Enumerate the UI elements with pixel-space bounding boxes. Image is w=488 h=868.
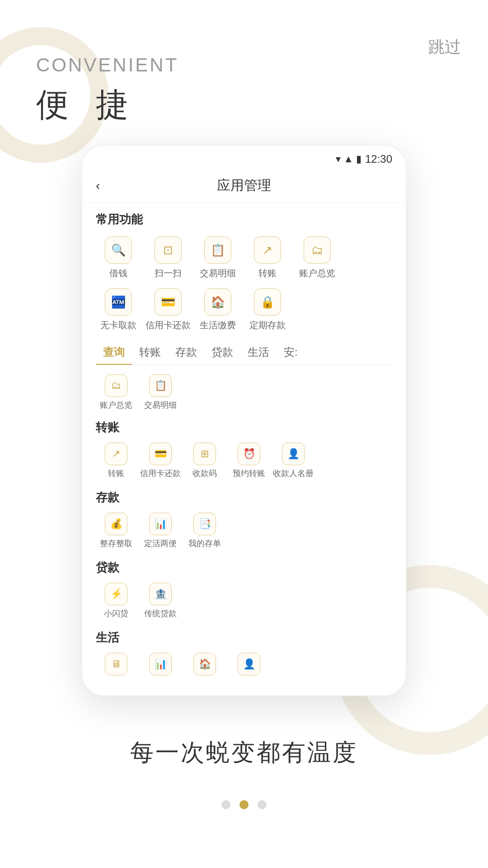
credit-repay-label: 信用卡还款: [145, 319, 191, 331]
list-item[interactable]: 🔍 借钱: [96, 236, 141, 279]
list-item[interactable]: 📋 交易明细: [140, 374, 181, 410]
scheduled-transfer-icon: ⏰: [238, 443, 260, 465]
app-title: 应用管理: [217, 176, 271, 195]
list-item[interactable]: 🏧 无卡取款: [96, 288, 141, 331]
dot-1[interactable]: [221, 800, 230, 809]
list-item[interactable]: 🗂 账户总览: [295, 236, 340, 279]
tab-loan[interactable]: 贷款: [204, 340, 240, 365]
collect-code-label: 收款码: [192, 468, 217, 479]
credit-repay-icon: 💳: [155, 288, 182, 316]
list-item[interactable]: ⏰ 预约转账: [229, 443, 269, 479]
life-icons: 🖥 📊 🏠 👤: [96, 653, 392, 675]
list-item[interactable]: ↗ 转账: [245, 236, 290, 279]
transfer-icons: ↗ 转账 💳 信用卡还款 ⊞ 收款码 ⏰ 预约转账: [96, 443, 392, 479]
list-item[interactable]: 📊: [140, 653, 181, 675]
list-item[interactable]: 🏠: [184, 653, 225, 675]
flexible-deposit-label: 定活两便: [144, 538, 177, 549]
credit-repay2-icon: 💳: [149, 443, 172, 465]
life-pay-label: 生活缴费: [200, 319, 236, 331]
app-content: 常用功能 🔍 借钱 ⊡ 扫一扫 📋 交易明细 ↗ 转账: [82, 203, 406, 695]
transaction-icon: 📋: [204, 236, 231, 264]
traditional-loan-icon: 🏦: [149, 583, 172, 605]
life-title: 生活: [96, 630, 392, 646]
list-item[interactable]: 👤 收款人名册: [273, 443, 314, 479]
life-pay-icon: 🏠: [204, 288, 231, 316]
flash-loan-label: 小闪贷: [104, 608, 128, 619]
list-item[interactable]: 🖥: [96, 653, 136, 675]
header-area: CONVENIENT 便 捷: [36, 54, 178, 127]
signal-icon: ▲: [343, 153, 353, 165]
phone-mockup: ▾ ▲ ▮ 12:30 ‹ 应用管理 常用功能 🔍 借钱 ⊡ 扫: [81, 145, 407, 696]
common-functions-row2: 🏧 无卡取款 💳 信用卡还款 🏠 生活缴费 🔒 定期存款: [96, 288, 392, 331]
traditional-loan-label: 传统贷款: [144, 608, 177, 619]
status-bar: ▾ ▲ ▮ 12:30: [82, 146, 406, 169]
cn-title: 便 捷: [36, 83, 178, 127]
tagline: 每一次蜕变都有温度: [0, 737, 488, 769]
en-title: CONVENIENT: [36, 54, 178, 76]
wifi-icon: ▾: [336, 153, 341, 165]
pagination-dots: [0, 800, 488, 809]
list-item[interactable]: ⊡ 扫一扫: [145, 236, 191, 279]
tab-query[interactable]: 查询: [96, 340, 132, 365]
tab-life[interactable]: 生活: [240, 340, 277, 365]
deposit-icons: 💰 整存整取 📊 定活两便 📑 我的存单: [96, 513, 392, 549]
full-deposit-icon: 💰: [105, 513, 127, 535]
query-icons: 🗂 账户总览 📋 交易明细: [96, 374, 392, 410]
deposit-section: 存款 💰 整存整取 📊 定活两便 📑 我的存单: [96, 490, 392, 549]
cardless-icon: 🏧: [105, 288, 132, 316]
phone-mockup-container: ▾ ▲ ▮ 12:30 ‹ 应用管理 常用功能 🔍 借钱 ⊡ 扫: [81, 145, 407, 696]
tab-transfer[interactable]: 转账: [132, 340, 168, 365]
tab-bar: 查询 转账 存款 贷款 生活 安:: [96, 340, 392, 365]
common-functions-title: 常用功能: [96, 212, 392, 227]
transfer-label: 转账: [258, 267, 277, 279]
battery-icon: ▮: [356, 153, 361, 165]
life-icon3: 🏠: [193, 653, 216, 675]
payee-list-icon: 👤: [282, 443, 305, 465]
skip-button[interactable]: 跳过: [428, 36, 461, 58]
list-item[interactable]: 🏠 生活缴费: [195, 288, 240, 331]
list-item[interactable]: 🗂 账户总览: [96, 374, 136, 410]
account-label: 账户总览: [299, 267, 335, 279]
back-button[interactable]: ‹: [96, 179, 100, 193]
account-overview-icon: 🗂: [105, 374, 127, 397]
life-section: 生活 🖥 📊 🏠 👤: [96, 630, 392, 675]
tab-deposit[interactable]: 存款: [168, 340, 204, 365]
status-time: 12:30: [365, 153, 392, 165]
dot-2[interactable]: [239, 800, 249, 809]
transfer-section: 转账 ↗ 转账 💳 信用卡还款 ⊞ 收款码 ⏰: [96, 420, 392, 479]
list-item[interactable]: ↗ 转账: [96, 443, 136, 479]
loan-icons: ⚡ 小闪贷 🏦 传统贷款: [96, 583, 392, 619]
payee-list-label: 收款人名册: [273, 468, 314, 479]
list-item[interactable]: 👤: [229, 653, 269, 675]
list-item[interactable]: ⚡ 小闪贷: [96, 583, 136, 619]
scan-icon: ⊡: [155, 236, 182, 264]
list-item[interactable]: 📋 交易明细: [195, 236, 240, 279]
my-deposit-label: 我的存单: [188, 538, 221, 549]
list-item[interactable]: 🏦 传统贷款: [140, 583, 181, 619]
fixed-deposit-icon: 🔒: [254, 288, 281, 316]
life-icon1: 🖥: [105, 653, 127, 675]
tab-security[interactable]: 安:: [277, 340, 305, 365]
life-icon4: 👤: [238, 653, 260, 675]
account-overview-label: 账户总览: [100, 400, 132, 410]
flexible-deposit-icon: 📊: [149, 513, 172, 535]
list-item[interactable]: 💳 信用卡还款: [145, 288, 191, 331]
life-icon2: 📊: [149, 653, 172, 675]
transfer2-icon: ↗: [105, 443, 127, 465]
dot-3[interactable]: [258, 800, 267, 809]
account-icon: 🗂: [304, 236, 331, 264]
flash-loan-icon: ⚡: [105, 583, 127, 605]
list-item[interactable]: 💳 信用卡还款: [140, 443, 181, 479]
fixed-deposit-label: 定期存款: [249, 319, 286, 331]
full-deposit-label: 整存整取: [100, 538, 132, 549]
list-item[interactable]: 🔒 定期存款: [245, 288, 290, 331]
transfer-title: 转账: [96, 420, 392, 435]
list-item[interactable]: 💰 整存整取: [96, 513, 136, 549]
collect-code-icon: ⊞: [193, 443, 216, 465]
credit-repay2-label: 信用卡还款: [140, 468, 181, 479]
borrow-label: 借钱: [109, 267, 127, 279]
list-item[interactable]: ⊞ 收款码: [184, 443, 225, 479]
list-item[interactable]: 📑 我的存单: [184, 513, 225, 549]
list-item[interactable]: 📊 定活两便: [140, 513, 181, 549]
scheduled-transfer-label: 预约转账: [233, 468, 265, 479]
